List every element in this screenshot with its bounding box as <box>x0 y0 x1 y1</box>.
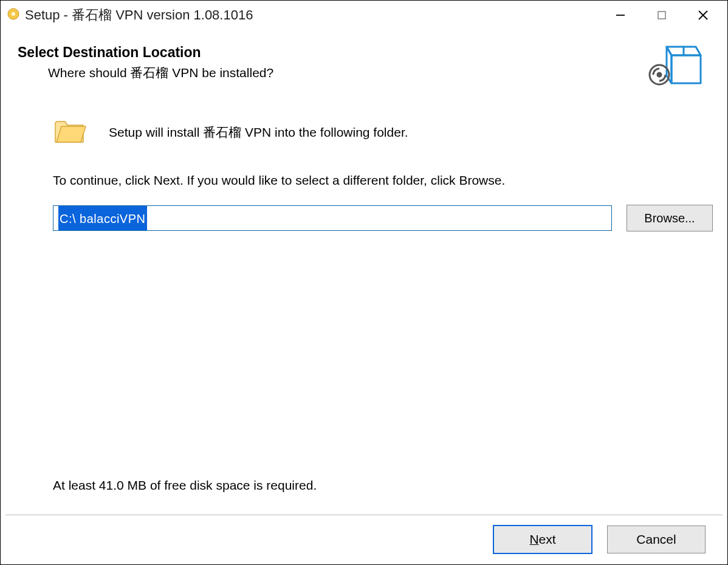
cancel-button-label: Cancel <box>636 532 676 547</box>
wizard-header: Select Destination Location Where should… <box>1 30 727 97</box>
minimize-button[interactable] <box>600 1 641 30</box>
install-path-input[interactable]: C:\ balacciVPN <box>53 205 612 231</box>
next-button-rest: ext <box>539 532 556 546</box>
app-icon <box>7 7 20 24</box>
folder-icon <box>53 115 87 149</box>
close-button[interactable] <box>682 1 724 30</box>
svg-rect-3 <box>658 12 665 19</box>
cancel-button[interactable]: Cancel <box>607 526 706 553</box>
page-subtitle: Where should 番石榴 VPN be installed? <box>48 64 645 81</box>
maximize-button[interactable] <box>641 1 682 30</box>
install-path-value: C:\ balacciVPN <box>58 206 147 230</box>
page-title: Select Destination Location <box>18 44 645 61</box>
setup-box-icon <box>645 39 703 91</box>
window-title: Setup - 番石榴 VPN version 1.08.1016 <box>25 6 253 24</box>
window-titlebar: Setup - 番石榴 VPN version 1.08.1016 <box>1 1 727 30</box>
svg-point-1 <box>12 12 15 16</box>
wizard-footer: Next Cancel <box>1 515 727 564</box>
browse-button-label: Browse... <box>644 211 695 225</box>
wizard-body: Setup will install 番石榴 VPN into the foll… <box>1 97 727 231</box>
next-button[interactable]: Next <box>493 525 592 554</box>
disk-space-required: At least 41.0 MB of free disk space is r… <box>53 478 317 493</box>
instruction-text: To continue, click Next. If you would li… <box>53 173 713 188</box>
install-folder-message: Setup will install 番石榴 VPN into the foll… <box>109 124 408 141</box>
browse-button[interactable]: Browse... <box>627 205 713 231</box>
svg-point-11 <box>658 73 661 77</box>
svg-marker-8 <box>671 55 701 83</box>
next-button-accel: N <box>529 532 538 546</box>
